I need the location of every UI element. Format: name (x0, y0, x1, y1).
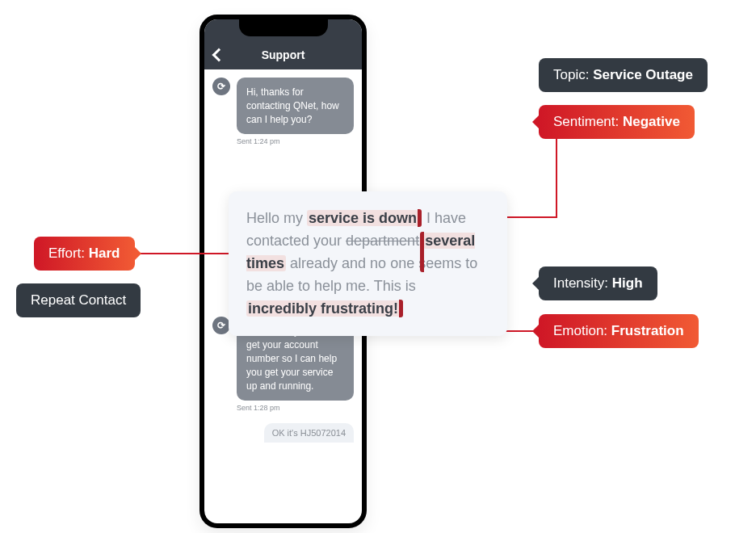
tag-label: Effort: (48, 246, 89, 261)
tag-label: Repeat Contact (31, 292, 126, 308)
tag-label: Sentiment: (553, 114, 623, 129)
agent-avatar-icon: ⟳ (212, 317, 230, 334)
agent-avatar-icon: ⟳ (212, 78, 230, 95)
tag-value: Hard (89, 246, 120, 261)
user-reply-truncated: OK it's HJ5072014 (264, 423, 354, 443)
connector-line (556, 137, 557, 218)
sent-time-1: Sent 1:24 pm (237, 137, 354, 145)
tag-emotion: Emotion: Frustration (539, 314, 699, 348)
tag-effort: Effort: Hard (34, 237, 135, 271)
back-icon[interactable] (212, 48, 226, 62)
tag-topic: Topic: Service Outage (539, 58, 708, 92)
message-agent-1: ⟳ Hi, thanks for contacting QNet, how ca… (212, 78, 354, 134)
tag-label: Emotion: (553, 323, 611, 338)
tag-value: Frustration (611, 323, 684, 338)
tag-label: Topic: (553, 67, 593, 82)
tag-repeat-contact: Repeat Contact (16, 283, 141, 317)
tag-label: Intensity: (553, 275, 612, 291)
tag-intensity: Intensity: High (539, 266, 657, 300)
tag-value: Service Outage (593, 67, 693, 82)
user-message-enlarged: Hello my service is down, I have contact… (229, 191, 507, 336)
msg-text-strike: department (346, 233, 419, 249)
connector-line (507, 216, 557, 218)
tag-sentiment: Sentiment: Negative (539, 105, 695, 139)
highlight-frustrating: incredibly frustrating! (246, 300, 400, 317)
msg-text: Hello my (246, 210, 307, 226)
sent-time-2: Sent 1:28 pm (237, 404, 354, 412)
phone-notch (239, 19, 328, 36)
agent-bubble: Hi, thanks for contacting QNet, how can … (237, 78, 354, 134)
app-title: Support (262, 48, 305, 61)
tag-value: Negative (623, 114, 680, 129)
tag-value: High (612, 275, 643, 291)
highlight-service-down: service is down (307, 210, 418, 226)
